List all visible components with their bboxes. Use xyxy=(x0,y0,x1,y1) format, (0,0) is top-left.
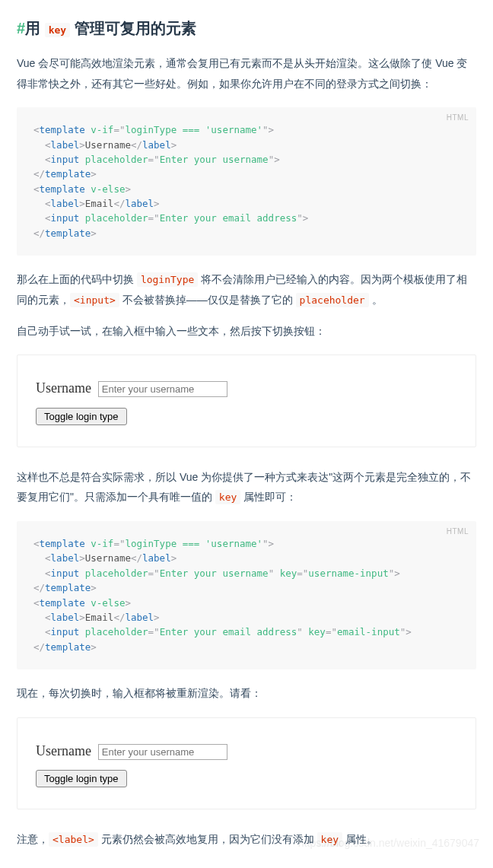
heading-code: key xyxy=(45,23,70,37)
heading-hash[interactable]: # xyxy=(17,20,25,37)
paragraph-6: 注意，<label> 元素仍然会被高效地复用，因为它们没有添加 key 属性。 xyxy=(17,829,476,850)
section-heading: #用 key 管理可复用的元素 xyxy=(17,15,476,41)
toggle-login-type-button[interactable]: Toggle login type xyxy=(36,408,127,425)
code-content-1[interactable]: <template v-if="loginType === 'username'… xyxy=(33,122,460,240)
paragraph-4: 这样也不总是符合实际需求，所以 Vue 为你提供了一种方式来表达"这两个元素是完… xyxy=(17,467,476,507)
demo2-label: Username xyxy=(36,743,91,758)
demo-block-1: Username Toggle login type xyxy=(17,355,476,447)
heading-post: 管理可复用的元素 xyxy=(70,20,196,37)
paragraph-5: 现在，每次切换时，输入框都将被重新渲染。请看： xyxy=(17,683,476,704)
paragraph-3: 自己动手试一试，在输入框中输入一些文本，然后按下切换按钮： xyxy=(17,321,476,342)
code-lang-badge: HTML xyxy=(447,112,469,124)
code-content-2[interactable]: <template v-if="loginType === 'username'… xyxy=(33,536,460,654)
code-lang-badge: HTML xyxy=(447,526,469,538)
demo2-input[interactable] xyxy=(98,744,227,760)
paragraph-2: 那么在上面的代码中切换 loginType 将不会清除用户已经输入的内容。因为两… xyxy=(17,269,476,310)
demo1-label: Username xyxy=(36,380,91,396)
demo-block-2: Username Toggle login type xyxy=(17,717,476,810)
heading-pre: 用 xyxy=(25,20,45,37)
code-block-1: HTML <template v-if="loginType === 'user… xyxy=(17,107,476,256)
code-block-2: HTML <template v-if="loginType === 'user… xyxy=(17,521,476,669)
demo1-input[interactable] xyxy=(98,381,227,397)
paragraph-1: Vue 会尽可能高效地渲染元素，通常会复用已有元素而不是从头开始渲染。这么做除了… xyxy=(17,53,476,94)
toggle-login-type-button[interactable]: Toggle login type xyxy=(36,770,127,787)
